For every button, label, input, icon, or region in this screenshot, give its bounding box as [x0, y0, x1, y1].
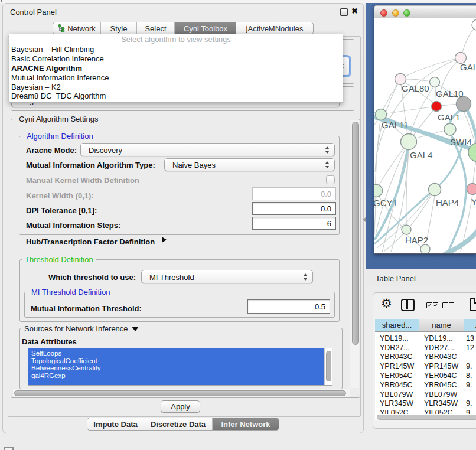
network-edge[interactable] [473, 161, 476, 183]
node-pink-right[interactable] [467, 184, 476, 195]
close-traffic-light-icon[interactable] [380, 9, 387, 17]
zoom-traffic-light-icon[interactable] [403, 9, 410, 17]
table-horizontal-scrollbar-thumb[interactable] [377, 415, 476, 420]
table-cell: YPR145W [419, 361, 464, 371]
dropdown-item[interactable]: Bayesian – Hill Climbing [9, 45, 343, 54]
attribute-list-item[interactable]: BetweennessCentrality [28, 364, 332, 372]
kernel-width-field[interactable]: 0.0 [252, 187, 336, 200]
select-all-icon[interactable] [426, 302, 438, 308]
tab-style[interactable]: Style [101, 22, 137, 34]
network-window-bottom-edge [374, 253, 476, 254]
network-window-titlebar[interactable] [374, 5, 476, 18]
corner-grip[interactable] [4, 447, 14, 450]
table-row[interactable]: YER054CYER054C8. [375, 371, 476, 380]
deselect-all-icon[interactable] [442, 302, 454, 308]
dropdown-item[interactable]: Mutual Information Inference [9, 73, 343, 83]
node-gal11[interactable] [376, 109, 387, 120]
table-row[interactable]: YPR145WYPR145W9. [375, 361, 476, 371]
dropdown-item[interactable]: Basic Correlation Inference [9, 54, 343, 64]
data-attributes-label: Data Attributes [22, 337, 77, 346]
tab-select[interactable]: Select [137, 22, 175, 34]
control-panel-title: Control Panel [10, 8, 57, 17]
settings-vertical-scrollbar-thumb[interactable] [352, 122, 359, 345]
node-bottom[interactable] [420, 244, 430, 253]
tab-impute-data[interactable]: Impute Data [87, 418, 144, 430]
data-attributes-list[interactable]: SelfLoopsTopologicalCoefficientBetweenne… [28, 348, 332, 386]
table-cell: YBR045C [375, 380, 419, 390]
mi-algorithm-type-combo[interactable]: Naive Bayes [164, 158, 335, 171]
attributes-scrollbar[interactable] [324, 348, 332, 385]
table-column-header[interactable]: shared... [375, 319, 419, 332]
node-hap4[interactable] [429, 184, 441, 196]
table-cell: 9. [464, 399, 476, 409]
tab-cyni-toolbox[interactable]: Cyni Toolbox [175, 22, 236, 34]
network-node-label: GAL4 [410, 150, 432, 160]
sources-label: Sources for Network Inference [22, 324, 141, 333]
float-window-icon[interactable] [340, 8, 348, 16]
network-edge[interactable] [384, 106, 436, 114]
table-row[interactable]: YBR045CYBR045C9. [375, 380, 476, 390]
table-row[interactable]: YBR043CYBR043C [375, 353, 476, 362]
node-gal1[interactable] [432, 102, 442, 112]
attribute-list-item[interactable]: SelfLoops [28, 350, 332, 357]
network-node-label: GCY1 [374, 198, 397, 208]
apply-button[interactable]: Apply [161, 400, 200, 413]
close-icon[interactable]: ✖ [351, 6, 358, 15]
tab-label: Select [145, 24, 166, 33]
gear-icon[interactable]: ⚙ [381, 299, 392, 309]
node-partial-top[interactable] [472, 19, 476, 30]
which-threshold-value: MI Threshold [149, 272, 194, 281]
network-tab-icon [58, 24, 65, 32]
dropdown-item[interactable]: Bayesian – K2 [9, 83, 343, 92]
table-horizontal-scrollbar[interactable] [375, 414, 476, 420]
node-gal4[interactable] [401, 134, 417, 150]
which-threshold-combo[interactable]: MI Threshold [141, 270, 313, 283]
node-gal10[interactable] [430, 77, 440, 87]
sources-collapse-icon[interactable] [132, 327, 139, 331]
dropdown-item[interactable]: ARACNE Algorithm [9, 64, 343, 73]
manual-kernel-width-checkbox[interactable] [326, 175, 335, 184]
network-edge[interactable] [461, 25, 476, 57]
dropdown-item[interactable]: Dream8 DC_TDC Algorithm [9, 92, 343, 101]
table-row[interactable]: YBL079WYBL079W [375, 390, 476, 399]
minimize-traffic-light-icon[interactable] [392, 9, 399, 17]
settings-horizontal-scrollbar[interactable] [13, 389, 350, 397]
network-edge-thick[interactable] [448, 135, 466, 253]
dropdown-items: Bayesian – Hill ClimbingBasic Correlatio… [9, 45, 343, 101]
table-cell: YPR145W [375, 361, 419, 371]
network-graph: GALGAL80GAL10GAL1GAL11SWI4GAL4GCY1HAP4YH… [374, 18, 476, 253]
table-column-header[interactable]: A [464, 319, 476, 332]
attribute-list-item[interactable]: gal4RGexp [28, 372, 332, 380]
attributes-scrollbar-thumb[interactable] [326, 351, 331, 381]
kernel-width-label: Kernel Width (0,1): [26, 191, 94, 200]
aracne-mode-combo[interactable]: Discovery [80, 143, 335, 156]
node-swi4[interactable] [444, 123, 456, 135]
settings-horizontal-scrollbar-thumb[interactable] [14, 390, 346, 396]
network-node-label: GAL1 [438, 112, 460, 122]
threshold-definition-label: Threshold Definition [22, 255, 96, 264]
table-row[interactable]: YDR27...YDR27...12 [375, 343, 476, 353]
mi-threshold-field[interactable]: 0.5 [247, 299, 330, 314]
node-hap2[interactable] [402, 225, 411, 234]
split-divider-arrow-icon[interactable] [363, 217, 366, 222]
table-cell: YDL19... [375, 334, 419, 343]
table-column-header[interactable]: name [419, 319, 464, 332]
node-gcy1[interactable] [374, 185, 383, 197]
hub-expand-icon[interactable] [162, 237, 167, 243]
split-panel-icon[interactable] [401, 299, 415, 311]
mi-steps-field[interactable]: 6 [252, 217, 336, 230]
document-icon[interactable] [470, 298, 476, 311]
tab-infer-network[interactable]: Infer Network [213, 418, 279, 430]
tab-jactivemnodules[interactable]: jActiveMNodules [236, 22, 313, 34]
dpi-tolerance-field[interactable]: 0.0 [252, 202, 336, 215]
table-cell: YBR045C [419, 380, 464, 390]
node-gray[interactable] [457, 97, 471, 112]
tab-discretize-data[interactable]: Discretize Data [144, 418, 213, 430]
attribute-list-item[interactable]: TopologicalCoefficient [28, 357, 332, 365]
tab-network[interactable]: Network [53, 22, 101, 34]
network-canvas[interactable]: GALGAL80GAL10GAL1GAL11SWI4GAL4GCY1HAP4YH… [374, 18, 476, 253]
table-row[interactable]: YLR345WYLR345W9. [375, 399, 476, 409]
table-row[interactable]: YDL19...YDL19...13 [375, 334, 476, 343]
table-cell [464, 353, 476, 362]
settings-vertical-scrollbar[interactable] [350, 120, 359, 388]
